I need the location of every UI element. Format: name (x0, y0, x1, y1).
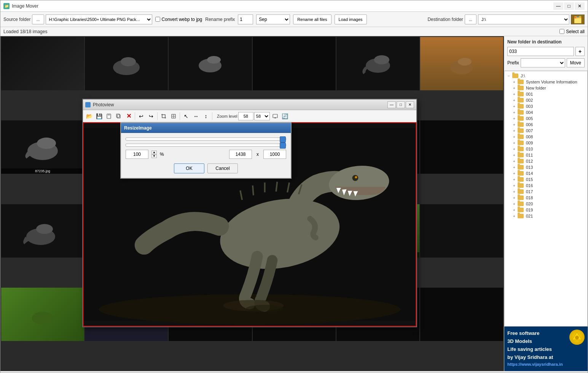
tree-toggle[interactable]: + (512, 104, 517, 109)
image-cell[interactable] (1, 204, 84, 258)
tree-item-007[interactable]: + 007 (512, 128, 586, 134)
flip-v-tool-button[interactable]: ↕ (201, 112, 210, 121)
save-as-tool-button[interactable]: 💾 (94, 112, 104, 121)
tree-item-013[interactable]: + 013 (512, 164, 586, 170)
image-cell-87235[interactable]: 87235.jpg (1, 120, 84, 174)
add-folder-button[interactable]: + (575, 47, 585, 56)
tree-item-newfolder[interactable]: + New folder (512, 85, 586, 91)
tree-item-006[interactable]: + 006 (512, 122, 586, 128)
source-path-select[interactable]: H:\Graphic Libraries\2500+ Ultimate PNG … (46, 14, 152, 24)
tree-item-020[interactable]: + 020 (512, 201, 586, 207)
dialog-cancel-button[interactable]: Cancel (207, 163, 238, 173)
image-cell[interactable] (169, 37, 252, 90)
tree-item-002[interactable]: + 002 (512, 97, 586, 103)
close-button[interactable]: ✕ (575, 2, 585, 10)
image-cell[interactable] (336, 37, 419, 90)
crop-tool-button[interactable] (159, 112, 168, 121)
tree-item-015[interactable]: + 015 (512, 176, 586, 182)
image-cell[interactable] (1, 288, 84, 341)
tree-toggle[interactable]: + (512, 116, 517, 121)
dest-path-select[interactable]: J:\ (478, 14, 569, 24)
tree-toggle[interactable]: + (512, 128, 517, 133)
arrow-tool-button[interactable]: ↖ (182, 112, 191, 121)
redo-tool-button[interactable]: ↪ (147, 112, 156, 121)
slider-thumb-2[interactable] (280, 142, 286, 149)
image-cell[interactable] (420, 288, 503, 341)
tree-toggle[interactable]: + (512, 158, 517, 164)
photoview-maximize-button[interactable]: □ (397, 101, 405, 108)
tree-item-004[interactable]: + 004 (512, 109, 586, 115)
dialog-ok-button[interactable]: OK (174, 163, 204, 173)
tree-toggle[interactable]: + (512, 91, 517, 97)
image-cell[interactable] (420, 120, 503, 174)
copy-tool-button[interactable] (114, 112, 123, 121)
folder-tree[interactable]: − J:\ + System Volume Information + New … (504, 71, 588, 327)
tree-toggle[interactable]: + (512, 85, 517, 91)
percent-up-button[interactable]: ▲ (151, 150, 157, 154)
tree-item-001[interactable]: + 001 (512, 91, 586, 97)
tree-toggle[interactable]: + (512, 195, 517, 200)
convert-webp-checkbox[interactable] (155, 17, 160, 22)
tree-item-012[interactable]: + 012 (512, 158, 586, 164)
prefix-select[interactable] (521, 58, 565, 67)
image-cell[interactable] (420, 37, 503, 90)
photoview-close-button[interactable]: ✕ (406, 101, 414, 108)
tree-item-011[interactable]: + 011 (512, 152, 586, 158)
tree-toggle[interactable]: + (512, 189, 517, 194)
tree-item-sysvolinfo[interactable]: + System Volume Information (512, 79, 586, 85)
select-all-label[interactable]: Select all (559, 29, 585, 34)
percent-down-button[interactable]: ▼ (151, 154, 157, 158)
dest-folder-browse-button[interactable]: ... (465, 14, 476, 24)
tree-toggle[interactable]: + (512, 110, 517, 115)
tree-toggle[interactable]: + (512, 207, 517, 213)
refresh-tool-button[interactable]: 🔄 (280, 112, 290, 121)
slider-thumb-1[interactable] (280, 136, 286, 142)
tree-toggle[interactable]: + (512, 171, 517, 176)
tree-toggle[interactable]: + (512, 183, 517, 188)
tree-item-018[interactable]: + 018 (512, 195, 586, 201)
move-button[interactable]: Move (567, 58, 585, 67)
tree-item-019[interactable]: + 019 (512, 207, 586, 213)
zoom-monitor-button[interactable] (271, 112, 280, 121)
width-input[interactable]: 1438 (229, 150, 252, 159)
flip-h-tool-button[interactable]: ↔ (191, 112, 201, 121)
tree-toggle[interactable]: + (512, 177, 517, 182)
rename-prefix-input[interactable]: 1 (238, 14, 253, 24)
folder-name-input[interactable]: 033 (507, 47, 574, 56)
open-tool-button[interactable]: 📂 (84, 112, 94, 121)
minimize-button[interactable]: — (553, 2, 563, 10)
image-cell[interactable] (253, 37, 336, 90)
tree-toggle[interactable]: + (512, 165, 517, 170)
tree-toggle[interactable]: + (512, 79, 517, 85)
save-tool-button[interactable] (104, 112, 113, 121)
source-folder-browse-button[interactable]: ... (32, 14, 44, 24)
select-all-checkbox[interactable] (559, 29, 564, 34)
tree-toggle[interactable]: + (512, 122, 517, 127)
load-images-button[interactable]: Load images (335, 14, 367, 24)
tree-item-009[interactable]: + 009 (512, 140, 586, 146)
dest-icon-button[interactable]: 🗂️ (571, 14, 585, 24)
tree-item-010[interactable]: + 010 (512, 146, 586, 152)
image-cell[interactable] (1, 37, 84, 90)
convert-webp-label[interactable]: Convert webp to jpg (155, 17, 202, 22)
transform-tool-button[interactable] (169, 112, 178, 121)
tree-item-014[interactable]: + 014 (512, 170, 586, 176)
tree-toggle[interactable]: + (512, 98, 517, 103)
rename-sep-select[interactable]: Sep Dash Underscore (256, 14, 290, 24)
zoom-value-input[interactable]: 58 (238, 112, 253, 120)
percent-input[interactable]: 100 (126, 150, 148, 159)
close-tool-button[interactable]: ✕ (124, 112, 133, 121)
tree-toggle[interactable]: + (512, 213, 517, 219)
image-cell[interactable] (85, 37, 168, 90)
zoom-select[interactable]: 58 100 50 25 (254, 112, 270, 120)
promo-link[interactable]: https://www.vijaysridhara.in (507, 361, 563, 368)
tree-toggle[interactable]: + (512, 140, 517, 146)
tree-toggle-root[interactable]: − (506, 73, 512, 78)
tree-item-017[interactable]: + 017 (512, 189, 586, 195)
photoview-minimize-button[interactable]: — (387, 101, 396, 108)
tree-toggle[interactable]: + (512, 201, 517, 207)
maximize-button[interactable]: □ (564, 2, 574, 10)
image-cell[interactable] (420, 204, 503, 258)
tree-toggle[interactable]: + (512, 152, 517, 158)
height-input[interactable]: 1000 (263, 150, 286, 159)
